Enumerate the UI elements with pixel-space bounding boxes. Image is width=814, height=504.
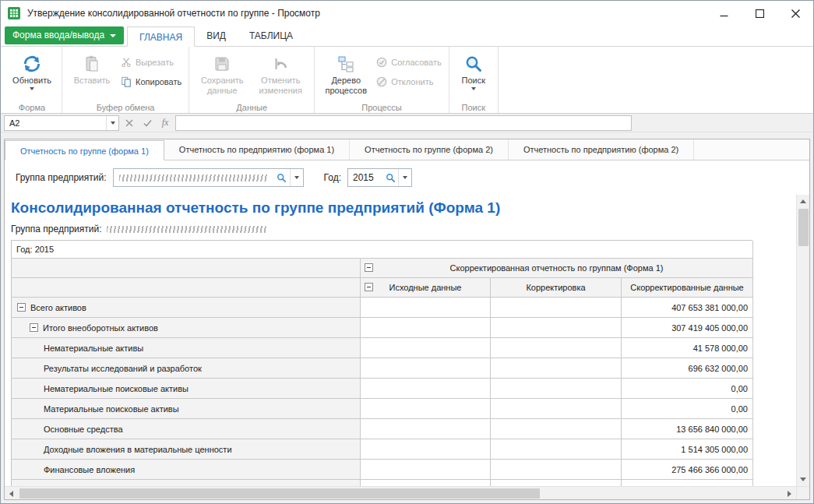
ribbon-tab-view[interactable]: ВИД bbox=[195, 26, 238, 46]
arrow-down-icon bbox=[800, 478, 806, 481]
year-filter-combo[interactable]: 2015 bbox=[347, 168, 412, 187]
header-empty-cell bbox=[12, 278, 361, 298]
formula-input[interactable] bbox=[175, 115, 632, 131]
refresh-icon bbox=[22, 52, 42, 76]
scroll-up-button[interactable] bbox=[797, 195, 810, 208]
horizontal-scroll-track[interactable] bbox=[18, 487, 783, 499]
search-label: Поиск bbox=[461, 76, 485, 86]
cell-reference-box[interactable]: A2 bbox=[4, 115, 119, 131]
chevron-down-icon bbox=[110, 34, 116, 37]
column-header-label: Корректировка bbox=[526, 283, 585, 292]
horizontal-scrollbar[interactable] bbox=[5, 486, 809, 499]
scroll-right-button[interactable] bbox=[783, 487, 796, 500]
approve-icon bbox=[376, 57, 387, 68]
row-label-cell: Результаты исследований и разработок bbox=[12, 358, 361, 379]
data-cell[interactable] bbox=[361, 379, 491, 399]
value-cell[interactable]: 1 514 305 000,00 bbox=[622, 439, 753, 460]
data-cell[interactable] bbox=[361, 358, 491, 379]
value-cell[interactable]: 407 653 381 000,00 bbox=[622, 298, 753, 318]
save-data-button[interactable]: Сохранить данные bbox=[193, 49, 251, 99]
data-cell[interactable] bbox=[491, 480, 622, 486]
scroll-down-button[interactable] bbox=[797, 473, 810, 486]
data-cell[interactable] bbox=[361, 318, 491, 338]
group-label-data: Данные bbox=[189, 103, 314, 112]
value-cell[interactable]: 41 578 000,00 bbox=[622, 338, 753, 358]
table-header-group-row: Скорректированная отчетность по группам … bbox=[12, 259, 752, 278]
confirm-entry-button[interactable] bbox=[139, 115, 155, 131]
doc-tab-enterprise-form1[interactable]: Отчетность по предприятию (форма 1) bbox=[164, 139, 350, 160]
doc-tab-enterprise-form2[interactable]: Отчетность по предприятию (форма 2) bbox=[509, 139, 694, 160]
ribbon-group-clipboard: Вставить Вырезать Копировать bbox=[62, 47, 189, 113]
data-cell[interactable] bbox=[491, 460, 622, 480]
data-cell[interactable] bbox=[361, 298, 491, 318]
collapse-minus-icon[interactable] bbox=[17, 303, 26, 312]
data-cell[interactable] bbox=[491, 338, 622, 358]
data-cell[interactable] bbox=[491, 358, 622, 379]
ribbon: Обновить Форма Вставить bbox=[1, 47, 813, 114]
data-cell[interactable] bbox=[361, 419, 491, 439]
group-filter-dropdown[interactable] bbox=[290, 169, 303, 186]
row-label-cell: Доходные вложения в материальные ценност… bbox=[12, 439, 361, 460]
cut-button[interactable]: Вырезать bbox=[118, 55, 185, 70]
row-label-cell: Финансовые вложения bbox=[12, 460, 361, 480]
ribbon-tab-table[interactable]: ТАБЛИЦА bbox=[238, 26, 305, 46]
data-cell[interactable] bbox=[361, 399, 491, 419]
reject-button[interactable]: Отклонить bbox=[373, 74, 444, 90]
collapse-minus-icon[interactable] bbox=[365, 283, 373, 291]
doc-tab-group-form1[interactable]: Отчетность по группе (форма 1) bbox=[5, 140, 164, 160]
data-cell[interactable] bbox=[491, 399, 622, 419]
data-cell[interactable] bbox=[491, 439, 622, 460]
horizontal-scroll-thumb[interactable] bbox=[19, 488, 540, 499]
collapse-minus-icon[interactable] bbox=[30, 323, 38, 332]
maximize-button[interactable] bbox=[742, 1, 777, 26]
data-cell[interactable] bbox=[361, 460, 491, 480]
insert-function-button[interactable]: fx bbox=[157, 115, 173, 131]
value-cell[interactable]: 10 486 868 000,00 bbox=[622, 480, 753, 486]
paste-button[interactable]: Вставить bbox=[66, 49, 118, 99]
value-cell[interactable]: 13 656 840 000,00 bbox=[622, 419, 753, 439]
doc-tab-group-form2[interactable]: Отчетность по группе (форма 2) bbox=[350, 139, 509, 160]
vertical-scrollbar[interactable] bbox=[796, 195, 809, 486]
close-icon bbox=[791, 9, 800, 18]
cell-reference-dropdown[interactable] bbox=[106, 116, 118, 130]
data-cell[interactable] bbox=[491, 298, 622, 318]
data-cell[interactable] bbox=[361, 338, 491, 358]
approve-button[interactable]: Согласовать bbox=[373, 55, 444, 70]
ribbon-tab-home[interactable]: ГЛАВНАЯ bbox=[127, 26, 195, 47]
value-cell[interactable]: 696 632 000,00 bbox=[622, 358, 753, 379]
copy-button[interactable]: Копировать bbox=[118, 74, 185, 90]
row-label-cell: Нематериальные поисковые активы bbox=[12, 379, 361, 399]
minimize-button[interactable] bbox=[706, 1, 742, 26]
value-cell[interactable]: 275 466 366 000,00 bbox=[622, 460, 753, 480]
data-cell[interactable] bbox=[361, 480, 491, 486]
year-cell[interactable]: Год: 2015 bbox=[12, 241, 753, 259]
data-cell[interactable] bbox=[361, 439, 491, 460]
refresh-button[interactable]: Обновить bbox=[6, 49, 58, 99]
scrollbar-corner bbox=[796, 487, 809, 499]
magnifier-icon[interactable] bbox=[274, 169, 290, 186]
data-cell[interactable] bbox=[491, 379, 622, 399]
ribbon-group-processes: Дерево процессов Согласовать Отклонить bbox=[315, 47, 449, 113]
app-menu-button[interactable]: Форма ввода/вывода bbox=[5, 26, 124, 44]
magnifier-icon[interactable] bbox=[382, 169, 398, 186]
document-tab-strip: Отчетность по группе (форма 1) Отчетност… bbox=[5, 139, 809, 160]
scroll-left-button[interactable] bbox=[5, 487, 18, 500]
search-icon bbox=[463, 52, 484, 76]
header-group-cell: Скорректированная отчетность по группам … bbox=[361, 259, 753, 278]
data-cell[interactable] bbox=[491, 419, 622, 439]
vertical-scroll-thumb[interactable] bbox=[798, 209, 809, 246]
data-cell[interactable] bbox=[491, 318, 622, 338]
cancel-entry-button[interactable] bbox=[122, 115, 137, 131]
search-button[interactable]: Поиск bbox=[453, 49, 494, 99]
group-filter-combo[interactable] bbox=[113, 168, 304, 187]
process-tree-button[interactable]: Дерево процессов bbox=[319, 49, 373, 99]
undo-changes-button[interactable]: Отменить изменения bbox=[251, 49, 310, 99]
collapse-minus-icon[interactable] bbox=[365, 263, 373, 272]
redacted-text bbox=[119, 174, 269, 182]
close-button[interactable] bbox=[777, 1, 813, 26]
year-filter-dropdown[interactable] bbox=[398, 169, 411, 186]
report-table: Год: 2015 Скорректированная отчетность п… bbox=[11, 240, 752, 486]
value-cell[interactable]: 0,00 bbox=[622, 379, 753, 399]
value-cell[interactable]: 0,00 bbox=[622, 399, 753, 419]
value-cell[interactable]: 307 419 405 000,00 bbox=[622, 318, 753, 338]
